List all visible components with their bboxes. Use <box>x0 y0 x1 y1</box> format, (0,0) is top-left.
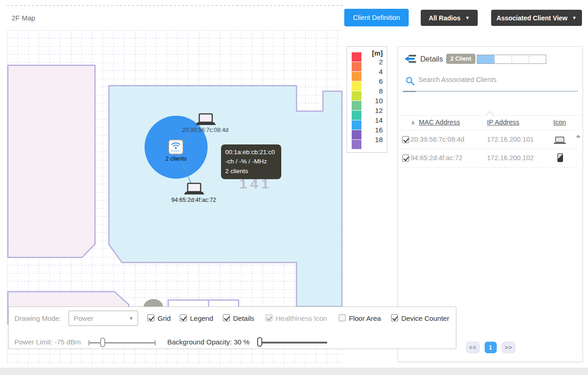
all-radios-dropdown[interactable]: All Radios ▼ <box>421 10 478 26</box>
power-limit-slider-tick-left <box>89 340 89 345</box>
ap-tooltip: 00:1a:eb:cb:21:c0 -ch / -% / -MHz 2 clie… <box>221 144 281 179</box>
row-separator <box>400 167 577 168</box>
device-counter-checkbox[interactable] <box>391 314 398 321</box>
row2-ip: 172.16.200.102 <box>487 154 534 162</box>
legend-swatch <box>352 140 361 149</box>
drawing-mode-value: Power <box>74 314 94 322</box>
client-capacity-bar <box>477 55 546 64</box>
associated-client-view-label: Associated Client View <box>497 14 568 22</box>
legend-checkbox-label[interactable]: Legend <box>190 314 213 322</box>
legend-swatch <box>352 130 361 139</box>
room-pink-upper <box>8 65 95 257</box>
sort-ascending-icon[interactable]: ∧ <box>411 119 415 126</box>
search-icon <box>405 76 415 86</box>
pagination-next-button[interactable]: >> <box>502 342 515 353</box>
pagination-prev-button[interactable]: << <box>466 342 480 353</box>
table-row[interactable]: 94:65:2d:4f:ac:72 172.16.200.102 <box>398 149 582 167</box>
legend-swatch <box>352 91 361 100</box>
table-row[interactable]: 20:39:56:7c:08:4d 172.16.200.101 <box>398 130 582 149</box>
page-title: 2F Map <box>12 14 35 22</box>
legend-checkbox[interactable] <box>180 314 187 321</box>
column-header-mac[interactable]: MAC Address <box>419 119 460 126</box>
legend-tick: 6 <box>369 77 383 85</box>
legend-tick: 18 <box>369 136 383 144</box>
legend-tick: 8 <box>369 87 383 95</box>
app-window: 141 20:39:56:7c:08:4d 94:65:2d:4f:ac:72 … <box>0 0 588 375</box>
client1-mac-label: 20:39:56:7c:08:4d <box>182 127 228 133</box>
row1-checkbox[interactable] <box>402 136 409 143</box>
drawing-mode-select[interactable]: Power ▼ <box>69 311 138 326</box>
healthiness-icon-checkbox <box>266 314 272 321</box>
power-limit-slider-track[interactable] <box>89 342 156 344</box>
grid-checkbox-label[interactable]: Grid <box>158 314 171 322</box>
row2-mac: 94:65:2d:4f:ac:72 <box>411 154 462 162</box>
background-opacity-slider-track[interactable] <box>261 342 327 344</box>
tooltip-bssid: 00:1a:eb:cb:21:c0 <box>225 148 277 157</box>
pagination-page-1[interactable]: 1 <box>485 342 497 353</box>
legend-swatch <box>352 81 361 91</box>
legend-tick: 4 <box>369 68 383 75</box>
capacity-separator <box>512 56 512 62</box>
client-definition-button[interactable]: Client Definition <box>344 9 409 26</box>
capacity-separator <box>494 56 495 62</box>
legend-swatch <box>352 72 361 81</box>
access-point-icon[interactable] <box>169 140 183 154</box>
laptop-icon <box>554 137 566 144</box>
legend-swatch <box>352 101 361 110</box>
associated-client-view-dropdown[interactable]: Associated Client View ▼ <box>491 10 582 26</box>
smartphone-icon <box>557 153 563 162</box>
grid-checkbox[interactable] <box>147 314 154 321</box>
column-header-ip[interactable]: IP Address <box>487 119 519 126</box>
row1-mac: 20:39:56:7c:08:4d <box>411 136 464 143</box>
client-capacity-fill <box>477 55 494 63</box>
scroll-up-arrow[interactable] <box>576 135 581 138</box>
ap-client-counter: 2 clients <box>165 156 187 162</box>
distance-legend: [m] 2 4 6 8 10 12 14 16 18 <box>347 46 387 153</box>
legend-swatch <box>352 111 361 120</box>
legend-tick: 12 <box>369 106 383 114</box>
map-controls-bar: Drawing Mode: Power ▼ Grid Legend Detail… <box>8 306 456 349</box>
power-limit-slider-tick-right <box>155 340 156 345</box>
power-limit-label: Power Limit: -75 dBm <box>14 338 81 346</box>
legend-tick: 14 <box>369 116 383 124</box>
legend-tick: 2 <box>369 58 383 66</box>
back-arrow-icon[interactable] <box>405 54 417 63</box>
floor-area-checkbox-label[interactable]: Floor Area <box>349 314 381 322</box>
legend-unit-label: [m] <box>372 49 383 57</box>
background-opacity-slider-handle[interactable] <box>257 337 262 347</box>
floor-area-checkbox[interactable] <box>339 314 346 321</box>
tooltip-channel: -ch / -% / -MHz <box>225 157 277 166</box>
search-underline <box>403 91 578 92</box>
column-header-icon[interactable]: Icon <box>553 119 566 126</box>
client2-mac-label: 94:65:2d:4f:ac:72 <box>171 197 216 203</box>
legend-swatch <box>352 62 361 71</box>
row1-ip: 172.16.200.101 <box>487 136 534 143</box>
capacity-separator <box>529 56 529 62</box>
legend-tick: 16 <box>369 126 383 134</box>
details-checkbox-label[interactable]: Details <box>233 314 254 322</box>
search-input[interactable] <box>418 76 571 83</box>
tooltip-clients: 2 clients <box>225 167 277 176</box>
drawing-mode-label: Drawing Mode: <box>14 314 61 322</box>
legend-swatch <box>352 52 361 62</box>
legend-tick: 10 <box>369 97 383 105</box>
legend-swatch <box>352 120 361 130</box>
power-limit-slider-handle[interactable] <box>100 338 105 347</box>
chevron-down-icon: ▼ <box>129 316 133 321</box>
client-count-badge: 2 Client <box>446 54 475 64</box>
device-counter-checkbox-label[interactable]: Device Counter <box>401 314 449 322</box>
background-opacity-label: Background Opacity: 30 % <box>167 338 250 346</box>
all-radios-label: All Radios <box>429 14 460 22</box>
row2-checkbox[interactable] <box>402 155 409 162</box>
chevron-down-icon: ▼ <box>572 15 577 20</box>
chevron-down-icon: ▼ <box>465 15 470 20</box>
details-title: Details <box>420 55 443 63</box>
healthiness-icon-checkbox-label: Healthiness Icon <box>276 314 327 322</box>
details-checkbox[interactable] <box>223 314 230 321</box>
bottom-scroll-band[interactable] <box>0 368 588 375</box>
